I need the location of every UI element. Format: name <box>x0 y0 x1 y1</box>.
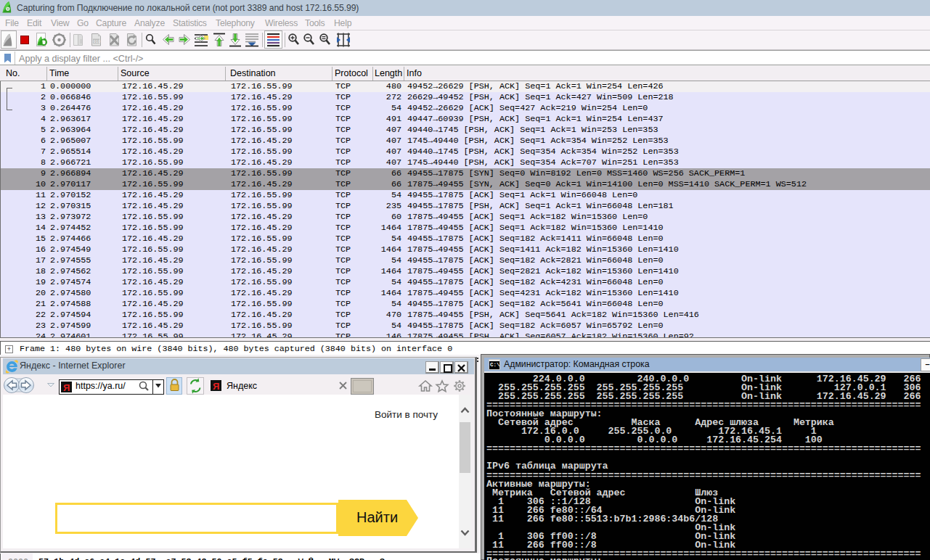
svg-text:Я: Я <box>213 381 219 392</box>
svg-text:https://ya.ru/: https://ya.ru/ <box>76 381 126 391</box>
svg-text:Я: Я <box>63 382 70 393</box>
svg-text:Яндекс: Яндекс <box>227 381 257 391</box>
svg-text:010: 010 <box>94 40 101 44</box>
